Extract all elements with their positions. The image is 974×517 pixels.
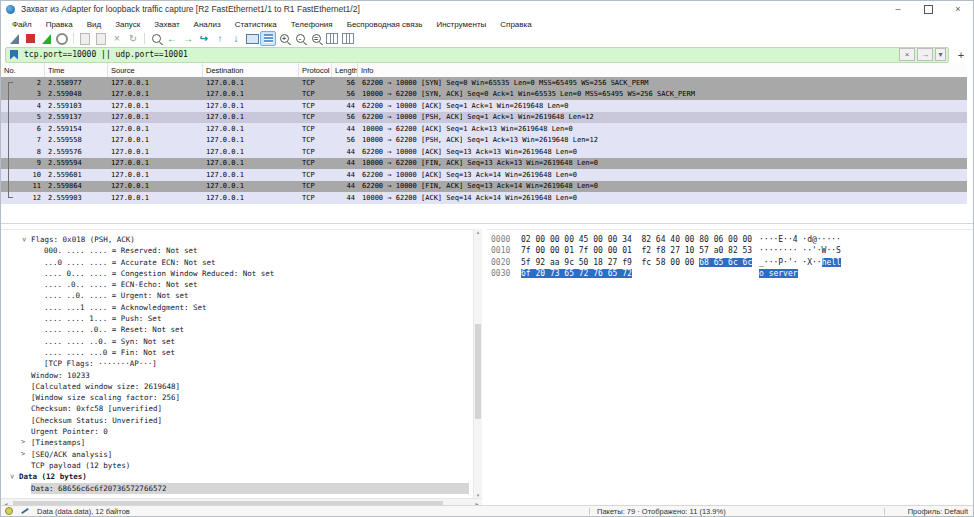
- capture-options-icon[interactable]: [54, 32, 70, 45]
- stop-capture-icon[interactable]: [22, 32, 38, 45]
- packet-row[interactable]: 112.559864127.0.0.1127.0.0.1TCP4462200 →…: [1, 181, 967, 193]
- scrollbar-thumb[interactable]: [475, 324, 481, 419]
- hex-bytes[interactable]: 5f 92 aa 9c 50 18 27 f9 fc 58 00 00 68 6…: [521, 257, 752, 268]
- menu-item[interactable]: Инструменты: [429, 20, 493, 29]
- display-filter-input[interactable]: [24, 50, 899, 59]
- menu-item[interactable]: Запуск: [108, 20, 147, 29]
- capture-comment-icon[interactable]: [20, 507, 29, 515]
- hex-row[interactable]: 000002 00 00 00 45 00 00 34 82 64 40 00 …: [487, 234, 973, 245]
- filter-dropdown-icon[interactable]: ▾: [935, 48, 946, 61]
- go-to-packet-icon[interactable]: ↪: [196, 32, 212, 45]
- hex-bytes[interactable]: 6f 20 73 65 72 76 65 72: [521, 268, 632, 279]
- filter-clear-icon[interactable]: ×: [899, 48, 915, 61]
- detail-line[interactable]: .... ...1 .... = Acknowledgment: Set: [1, 302, 473, 313]
- detail-line[interactable]: Data: 68656c6c6f20736572766572: [1, 483, 473, 494]
- packet-row[interactable]: 22.558977127.0.0.1127.0.0.1TCP5662200 → …: [1, 77, 967, 89]
- detail-line[interactable]: .... .0.. .... = ECN-Echo: Not set: [1, 279, 473, 290]
- detail-line[interactable]: >[SEQ/ACK analysis]: [1, 449, 473, 460]
- reload-file-icon[interactable]: ↻: [125, 32, 141, 45]
- detail-line[interactable]: [Calculated window size: 2619648]: [1, 381, 473, 392]
- column-header[interactable]: Source: [108, 63, 203, 77]
- go-forward-icon[interactable]: →: [180, 32, 196, 45]
- expert-info-icon[interactable]: [5, 507, 13, 515]
- packet-row[interactable]: 82.559576127.0.0.1127.0.0.1TCP4462200 → …: [1, 146, 967, 158]
- close-file-icon[interactable]: ×: [109, 32, 125, 45]
- hex-ascii[interactable]: o server: [759, 268, 798, 279]
- detail-line[interactable]: >Data (12 bytes): [1, 471, 473, 482]
- hex-ascii[interactable]: _···P·'· ·X··hell: [759, 257, 841, 268]
- last-packet-icon[interactable]: ↓: [228, 32, 244, 45]
- hex-bytes[interactable]: 7f 00 00 01 7f 00 00 01 f2 f8 27 10 57 a…: [521, 245, 752, 256]
- packet-row[interactable]: 102.559601127.0.0.1127.0.0.1TCP4462200 →…: [1, 169, 967, 181]
- filter-add-button[interactable]: +: [953, 49, 969, 61]
- menu-item[interactable]: Вид: [80, 20, 108, 29]
- detail-line[interactable]: ...0 .... .... = Accurate ECN: Not set: [1, 257, 473, 268]
- expander-icon[interactable]: >: [17, 238, 28, 242]
- column-header[interactable]: Time: [45, 63, 108, 77]
- minimize-button[interactable]: –: [883, 1, 913, 17]
- detail-line[interactable]: .... .... 1... = Push: Set: [1, 313, 473, 324]
- column-header[interactable]: No.: [1, 63, 45, 77]
- first-packet-icon[interactable]: ↑: [212, 32, 228, 45]
- hex-ascii[interactable]: ········ ··'·W··S: [759, 245, 841, 256]
- menu-item[interactable]: Справка: [493, 20, 538, 29]
- hex-row[interactable]: 00205f 92 aa 9c 50 18 27 f9 fc 58 00 00 …: [487, 257, 973, 268]
- detail-line[interactable]: .... ..0. .... = Urgent: Not set: [1, 290, 473, 301]
- packet-row[interactable]: 62.559154127.0.0.1127.0.0.1TCP4410000 → …: [1, 123, 967, 135]
- detail-line[interactable]: Urgent Pointer: 0: [1, 426, 473, 437]
- expander-icon[interactable]: >: [5, 475, 16, 479]
- detail-line[interactable]: Checksum: 0xfc58 [unverified]: [1, 403, 473, 414]
- menu-item[interactable]: Телефония: [284, 20, 340, 29]
- packet-row[interactable]: 32.559048127.0.0.1127.0.0.1TCP5610000 → …: [1, 89, 967, 101]
- filter-apply-icon[interactable]: →: [917, 48, 933, 61]
- menu-item[interactable]: Анализ: [187, 20, 228, 29]
- packet-row[interactable]: 42.559103127.0.0.1127.0.0.1TCP4462200 → …: [1, 100, 967, 112]
- start-capture-icon[interactable]: [6, 32, 22, 45]
- go-back-icon[interactable]: ←: [164, 32, 180, 45]
- detail-line[interactable]: .... 0... .... = Congestion Window Reduc…: [1, 268, 473, 279]
- open-file-icon[interactable]: [77, 32, 93, 45]
- find-packet-icon[interactable]: [148, 32, 164, 45]
- close-button[interactable]: ×: [943, 1, 973, 17]
- restart-capture-icon[interactable]: [38, 32, 54, 45]
- zoom-in-icon[interactable]: +: [276, 32, 292, 45]
- detail-line[interactable]: >Flags: 0x018 (PSH, ACK): [1, 234, 473, 245]
- packet-row[interactable]: 122.559903127.0.0.1127.0.0.1TCP4410000 →…: [1, 192, 967, 204]
- column-header[interactable]: Length: [332, 63, 358, 77]
- hex-bytes[interactable]: 02 00 00 00 45 00 00 34 82 64 40 00 80 0…: [521, 234, 752, 245]
- column-header[interactable]: Destination: [203, 63, 299, 77]
- detail-line[interactable]: .... .... ...0 = Fin: Not set: [1, 347, 473, 358]
- hex-row[interactable]: 00107f 00 00 01 7f 00 00 01 f2 f8 27 10 …: [487, 245, 973, 256]
- column-header[interactable]: Info: [358, 63, 967, 77]
- column-header[interactable]: Protocol: [299, 63, 332, 77]
- resize-columns-icon[interactable]: [324, 32, 340, 45]
- hex-row[interactable]: 00306f 20 73 65 72 76 65 72o server: [487, 268, 973, 279]
- save-file-icon[interactable]: [93, 32, 109, 45]
- details-vertical-scrollbar[interactable]: ▴ ▾: [473, 229, 482, 498]
- colorize-packets-icon[interactable]: [260, 31, 276, 46]
- zoom-reset-icon[interactable]: =: [308, 32, 324, 45]
- menu-item[interactable]: Правка: [39, 20, 80, 29]
- detail-line[interactable]: [TCP Flags: ·······AP···]: [1, 358, 473, 369]
- maximize-button[interactable]: [913, 1, 943, 17]
- status-profile[interactable]: Профиль: Default: [908, 507, 968, 516]
- detail-line[interactable]: Window: 10233: [1, 370, 473, 381]
- zoom-out-icon[interactable]: -: [292, 32, 308, 45]
- filter-bookmark-icon[interactable]: [10, 50, 18, 60]
- packet-row[interactable]: 92.559594127.0.0.1127.0.0.1TCP4410000 → …: [1, 158, 967, 170]
- menu-item[interactable]: Беспроводная связь: [340, 20, 430, 29]
- packet-row[interactable]: 52.559137127.0.0.1127.0.0.1TCP5662200 → …: [1, 112, 967, 124]
- expander-icon[interactable]: >: [21, 449, 25, 460]
- detail-line[interactable]: TCP payload (12 bytes): [1, 460, 473, 471]
- menu-item[interactable]: Статистика: [228, 20, 284, 29]
- detail-line[interactable]: [Window size scaling factor: 256]: [1, 392, 473, 403]
- detail-line[interactable]: [Checksum Status: Unverified]: [1, 415, 473, 426]
- detail-line[interactable]: 000. .... .... = Reserved: Not set: [1, 245, 473, 256]
- scroll-up-icon[interactable]: ▴: [474, 229, 482, 235]
- packet-row[interactable]: 72.559558127.0.0.1127.0.0.1TCP5610000 → …: [1, 135, 967, 147]
- detail-line[interactable]: .... .... .0.. = Reset: Not set: [1, 324, 473, 335]
- hex-ascii[interactable]: ····E··4 ·d@·····: [759, 234, 841, 245]
- detail-line[interactable]: >[Timestamps]: [1, 437, 473, 448]
- menu-item[interactable]: Файл: [5, 20, 39, 29]
- expander-icon[interactable]: >: [21, 437, 25, 448]
